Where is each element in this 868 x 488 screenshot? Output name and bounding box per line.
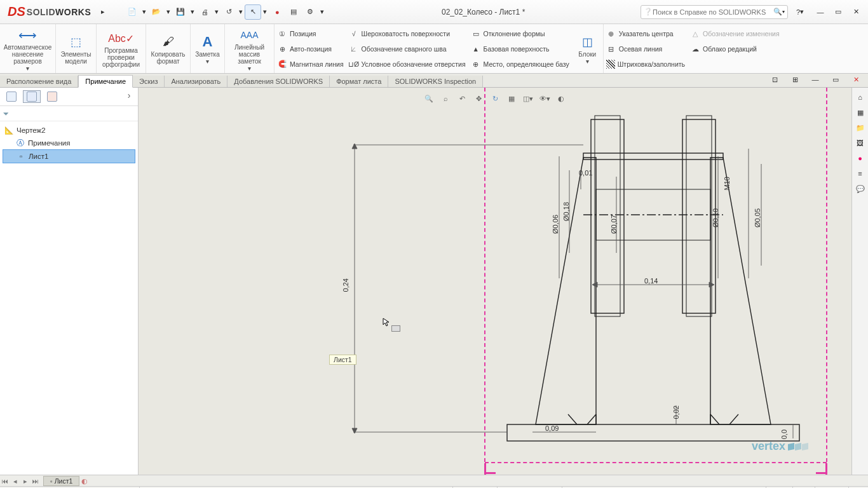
- dim-m10: M10: [723, 177, 731, 190]
- save-button[interactable]: 💾: [172, 4, 189, 20]
- save-dropdown[interactable]: ▾: [189, 4, 196, 20]
- tree-filter-bar[interactable]: ⏷: [0, 106, 138, 121]
- search-icon[interactable]: 🔍: [773, 8, 782, 16]
- ribbon-spellcheck[interactable]: Abc✓ Программа проверки орфографии: [97, 24, 146, 73]
- print-button[interactable]: 🖨: [196, 4, 213, 20]
- ribbon-model-items[interactable]: ⬚ Элементы модели: [56, 24, 97, 73]
- sheet-nav-prev[interactable]: ◂: [10, 476, 20, 486]
- help-button[interactable]: ?▾: [792, 4, 808, 20]
- drawing-canvas[interactable]: 🔍 ⌕ ↶ ✥ ↻ ▦ ◫▾ 👁▾ ◐: [139, 88, 851, 475]
- ribbon: ⟷ Автоматическое нанесение размеров▾ ⬚ Э…: [0, 24, 868, 74]
- tree-sheet1[interactable]: ▫ Лист1: [3, 149, 135, 163]
- hatch-icon: [606, 60, 615, 69]
- ribbon-weld-symbol[interactable]: ⟀Обозначение сварного шва: [349, 42, 466, 55]
- taskpane-view-palette-button[interactable]: 🖼: [853, 136, 867, 150]
- ribbon-datum-surface[interactable]: ▲Базовая поверхность: [471, 42, 569, 55]
- ribbon-form-deviation[interactable]: ▭Отклонение формы: [471, 27, 569, 40]
- tab-sketch[interactable]: Эскиз: [133, 76, 165, 87]
- sheet-nav-last[interactable]: ⏭: [31, 476, 41, 486]
- sheet-nav-next[interactable]: ▸: [20, 476, 31, 486]
- annotations-icon: Ⓐ: [15, 138, 25, 148]
- model-items-icon: ⬚: [67, 33, 85, 51]
- balloon-icon: ①: [277, 29, 287, 39]
- ribbon-centerline[interactable]: ⊟Осевая линия: [606, 42, 685, 55]
- task-pane: ⌂ ▦ 📁 🖼 ● ≡ 💬: [851, 88, 868, 475]
- ribbon-note[interactable]: A Заметка▾: [191, 24, 225, 73]
- help-search-dropdown[interactable]: ▾: [782, 9, 785, 15]
- ribbon-note-array[interactable]: AAA Линейный массив заметок▾: [225, 24, 275, 73]
- settings-button[interactable]: ⚙: [302, 4, 318, 20]
- tree-annotations[interactable]: Ⓐ Примечания: [3, 137, 135, 149]
- tab-addins[interactable]: Добавления SOLIDWORKS: [227, 76, 330, 87]
- select-dropdown[interactable]: ▾: [261, 4, 269, 20]
- mdi-prev-button[interactable]: ⊡: [766, 72, 783, 87]
- tab-view-layout[interactable]: Расположение вида: [0, 76, 78, 87]
- config-icon: [47, 92, 57, 102]
- help-search-input[interactable]: [653, 8, 773, 16]
- new-file-button[interactable]: 📄: [124, 4, 140, 20]
- tab-evaluate[interactable]: Анализировать: [165, 76, 227, 87]
- help-search[interactable]: ❔ 🔍▾: [641, 5, 788, 19]
- mdi-minimize-button[interactable]: —: [807, 72, 824, 87]
- ribbon-hatch-fill[interactable]: Штриховка/заполнить: [606, 57, 685, 71]
- ribbon-magnetic-line[interactable]: 🧲Магнитная линия: [277, 57, 344, 71]
- weld-icon: ⟀: [349, 44, 359, 54]
- close-button[interactable]: ✕: [848, 4, 864, 20]
- centerline-icon: ⊟: [606, 44, 616, 54]
- ribbon-datum-target[interactable]: ⊕Место, определяющее базу: [471, 57, 569, 71]
- note-array-icon: AAA: [241, 26, 259, 44]
- tab-sheet-format[interactable]: Формат листа: [330, 76, 388, 87]
- select-button[interactable]: ↖: [245, 4, 261, 20]
- panel-expand-button[interactable]: ›: [123, 90, 135, 103]
- title-bar: DS SOLIDWORKS ▸ 📄▾ 📂▾ 💾▾ 🖨▾ ↺▾ ↖▾ ● ▤ ⚙▾…: [0, 0, 868, 24]
- panel-tab-property-mgr[interactable]: [23, 90, 41, 103]
- tab-inspection[interactable]: SOLIDWORKS Inspection: [388, 76, 483, 87]
- undo-dropdown[interactable]: ▾: [237, 4, 245, 20]
- taskpane-appearances-button[interactable]: ●: [853, 151, 867, 165]
- logo-menu-dropdown[interactable]: ▸: [95, 4, 111, 20]
- panel-tab-feature-tree[interactable]: [3, 90, 20, 103]
- panel-tab-config[interactable]: [43, 90, 61, 103]
- tree-root-label: Чертеж2: [17, 126, 46, 134]
- settings-dropdown[interactable]: ▾: [318, 4, 326, 20]
- datum-target-icon: ⊕: [471, 59, 481, 69]
- drawing-view: [139, 88, 851, 475]
- new-file-dropdown[interactable]: ▾: [140, 4, 148, 20]
- dim-phi007: Ø0,07: [610, 215, 618, 234]
- ribbon-center-mark[interactable]: ⊕Указатель центра: [606, 27, 685, 40]
- ribbon-surface-roughness[interactable]: √Шероховатость поверхности: [349, 27, 466, 40]
- sheet-icon: ▫: [16, 151, 26, 161]
- taskpane-forum-button[interactable]: 💬: [853, 182, 867, 196]
- minimize-button[interactable]: —: [812, 4, 829, 20]
- mdi-next-button[interactable]: ⊞: [787, 72, 803, 87]
- options-list-button[interactable]: ▤: [285, 4, 302, 20]
- ribbon-hole-callout[interactable]: ⊔ØУсловное обозначение отверстия: [349, 57, 466, 71]
- tree-root[interactable]: 📐 Чертеж2: [3, 124, 135, 137]
- dim-002: 0,02: [672, 405, 680, 419]
- mdi-restore-button[interactable]: ▭: [827, 72, 844, 87]
- ribbon-auto-dimension[interactable]: ⟷ Автоматическое нанесение размеров▾: [0, 24, 56, 73]
- ribbon-blocks[interactable]: ◫ Блоки▾: [572, 24, 604, 73]
- ribbon-position[interactable]: ①Позиция: [277, 27, 344, 40]
- open-file-dropdown[interactable]: ▾: [165, 4, 172, 20]
- rebuild-button[interactable]: ●: [269, 4, 285, 20]
- maximize-button[interactable]: ▭: [830, 4, 846, 20]
- ribbon-auto-position[interactable]: ⊕Авто-позиция: [277, 42, 344, 55]
- property-icon: [27, 92, 37, 102]
- taskpane-library-button[interactable]: 📁: [853, 121, 867, 135]
- undo-button[interactable]: ↺: [220, 4, 237, 20]
- add-sheet-button[interactable]: ◐: [79, 476, 90, 486]
- logo-text-bold: WORKS: [55, 7, 91, 17]
- ribbon-revision-cloud[interactable]: ☁Облако редакций: [690, 42, 780, 55]
- taskpane-home-button[interactable]: ⌂: [853, 90, 867, 104]
- open-file-button[interactable]: 📂: [148, 4, 165, 20]
- taskpane-resources-button[interactable]: ▦: [853, 105, 867, 119]
- print-dropdown[interactable]: ▾: [213, 4, 220, 20]
- sheet-tab-1[interactable]: ▫ Лист1: [43, 476, 79, 486]
- sheet-nav-first[interactable]: ⏮: [0, 476, 10, 486]
- mdi-close-button[interactable]: ✕: [848, 72, 864, 87]
- taskpane-properties-button[interactable]: ≡: [853, 166, 867, 180]
- tab-annotation[interactable]: Примечание: [78, 75, 133, 88]
- funnel-icon: ⏷: [3, 110, 10, 118]
- ribbon-copy-format[interactable]: 🖌 Копировать формат: [146, 24, 191, 73]
